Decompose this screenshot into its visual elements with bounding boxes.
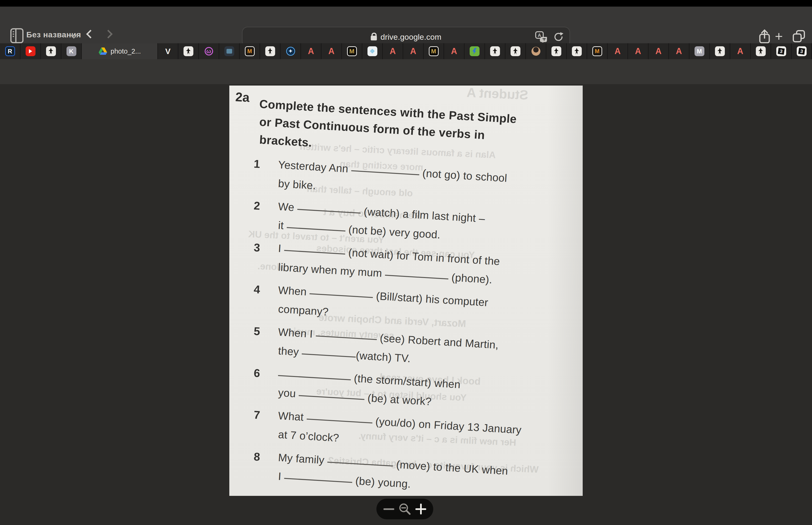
- browser-tab[interactable]: A: [730, 43, 751, 59]
- m-orange-favicon: M: [592, 46, 602, 56]
- browser-tab[interactable]: V: [158, 43, 178, 59]
- answer-blank: [278, 375, 351, 380]
- a-red-favicon: A: [408, 46, 418, 56]
- browser-tab[interactable]: M: [342, 43, 362, 59]
- browser-tab[interactable]: [485, 43, 505, 59]
- browser-tab[interactable]: 3: [792, 43, 812, 59]
- browser-tab[interactable]: A: [301, 43, 321, 59]
- img-dark-favicon: [224, 46, 234, 56]
- preview-area: Student AAlan is a famous literary criti…: [0, 84, 812, 525]
- browser-tab[interactable]: M: [424, 43, 444, 59]
- share-icon[interactable]: [759, 29, 771, 44]
- browser-tab[interactable]: [710, 43, 730, 59]
- browser-tab[interactable]: [178, 43, 199, 59]
- exercise-title: Complete the sentences with the Past Sim…: [259, 95, 572, 149]
- item-number: 3: [252, 238, 279, 277]
- exercise-number: 2a: [235, 89, 250, 105]
- svg-text:A: A: [538, 33, 541, 38]
- answer-blank: [284, 250, 346, 255]
- browser-tab[interactable]: [546, 43, 567, 59]
- answer-blank: [287, 227, 346, 231]
- bird-favicon: [184, 46, 193, 56]
- r-blue-favicon: R: [5, 46, 15, 56]
- browser-tab[interactable]: M: [240, 43, 260, 59]
- browser-tab[interactable]: [41, 43, 61, 59]
- bird-favicon: [756, 46, 766, 56]
- a-red-favicon: A: [613, 46, 623, 56]
- browser-tab[interactable]: ✦: [280, 43, 301, 59]
- browser-tab[interactable]: M: [587, 43, 608, 59]
- item-number: 2: [252, 196, 279, 235]
- browser-tab[interactable]: A: [444, 43, 464, 59]
- sidebar-toggle-icon[interactable]: [10, 28, 24, 43]
- drive-toolbar: photo_2023-11-25_00-25-20.jpg Открыть с …: [0, 59, 812, 84]
- magnifier-icon[interactable]: [398, 503, 411, 515]
- answer-blank: [327, 462, 393, 466]
- browser-tab[interactable]: [20, 43, 41, 59]
- bird-favicon: [490, 46, 500, 56]
- tab-strip: RKphoto_2...VωM✦AAM❖AAMAMAAAAMA33: [0, 43, 812, 59]
- answer-blank: [297, 209, 361, 214]
- browser-tab[interactable]: ω: [199, 43, 219, 59]
- answer-blank: [385, 275, 448, 280]
- browser-tab[interactable]: A: [628, 43, 648, 59]
- bird-favicon: [265, 46, 275, 56]
- m-gray-favicon: M: [694, 46, 704, 56]
- browser-tab[interactable]: A: [383, 43, 403, 59]
- v-white-favicon: V: [163, 46, 173, 56]
- browser-tab[interactable]: [260, 43, 280, 59]
- bird-favicon: [572, 46, 582, 56]
- answer-blank: [307, 419, 372, 423]
- new-tab-icon[interactable]: +: [775, 31, 783, 41]
- youtube-favicon: [26, 46, 35, 56]
- translate-icon[interactable]: A: [535, 31, 548, 43]
- a-red-favicon: A: [654, 46, 663, 56]
- browser-tab[interactable]: [219, 43, 240, 59]
- active-tab[interactable]: photo_2...: [82, 43, 158, 59]
- reload-icon[interactable]: [553, 31, 564, 42]
- answer-blank: [302, 354, 356, 358]
- browser-titlebar: Без названия drive.google.com A +: [0, 6, 812, 43]
- lightblue-favicon: ❖: [367, 46, 377, 56]
- browser-tab[interactable]: [464, 43, 485, 59]
- browser-tab[interactable]: A: [608, 43, 628, 59]
- bird-favicon: [715, 46, 725, 56]
- item-number: 6: [252, 363, 279, 402]
- answer-blank: [284, 478, 352, 483]
- browser-tab[interactable]: ❖: [362, 43, 383, 59]
- browser-tab[interactable]: A: [321, 43, 342, 59]
- three-favicon: 3: [776, 46, 786, 56]
- back-icon[interactable]: [86, 30, 95, 39]
- browser-tab[interactable]: [567, 43, 587, 59]
- browser-tab[interactable]: A: [669, 43, 689, 59]
- item-number: 8: [252, 447, 279, 486]
- green-bolt-favicon: [470, 46, 479, 56]
- answer-blank: [316, 335, 377, 340]
- browser-tab[interactable]: M: [689, 43, 710, 59]
- browser-tab[interactable]: 3: [771, 43, 792, 59]
- bird-favicon: [551, 46, 561, 56]
- browser-tab[interactable]: [751, 43, 771, 59]
- browser-tab[interactable]: K: [61, 43, 82, 59]
- forward-icon[interactable]: [104, 30, 113, 39]
- item-number: 1: [252, 154, 279, 193]
- browser-tab[interactable]: [526, 43, 546, 59]
- item-number: 5: [252, 322, 279, 360]
- avatar-favicon: [532, 47, 540, 56]
- drive-logo-icon: [98, 47, 107, 55]
- m-orange-favicon: M: [245, 46, 255, 56]
- menubar-strip: [0, 0, 812, 6]
- a-red-favicon: A: [735, 46, 745, 56]
- globe-favicon: ✦: [286, 47, 295, 56]
- m-gold-favicon: M: [429, 46, 439, 56]
- browser-tab[interactable]: [505, 43, 526, 59]
- a-red-favicon: A: [674, 46, 684, 56]
- browser-tab[interactable]: R: [0, 43, 20, 59]
- tab-overview-icon[interactable]: [793, 30, 806, 43]
- browser-tab[interactable]: A: [648, 43, 669, 59]
- k-gray-favicon: K: [66, 46, 76, 56]
- browser-tab[interactable]: A: [403, 43, 424, 59]
- zoom-in-icon[interactable]: [415, 504, 426, 514]
- bird-favicon: [510, 46, 520, 56]
- zoom-out-icon[interactable]: [383, 508, 394, 510]
